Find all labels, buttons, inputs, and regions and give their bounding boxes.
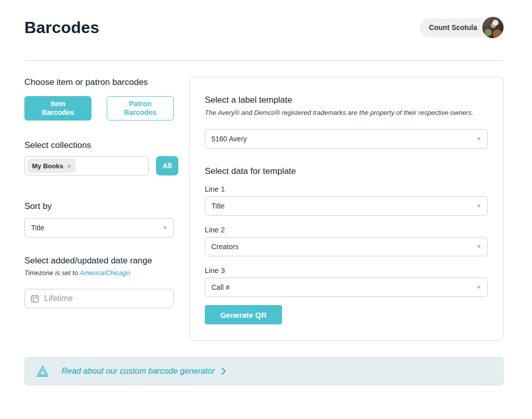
collections-row: My Books × All [24, 156, 178, 175]
line-3-select-value: Call # [211, 283, 230, 291]
avatar[interactable] [482, 17, 504, 38]
page-header: Barcodes Count Scotula [24, 0, 504, 39]
line-2-select-value: Creators [211, 243, 239, 251]
sort-heading: Sort by [24, 201, 178, 212]
line-3-label: Line 3 [205, 266, 488, 275]
calendar-icon [30, 294, 39, 303]
collection-tag[interactable]: My Books × [27, 159, 76, 173]
barcode-type-heading: Choose item or patron barcodes [24, 77, 178, 88]
patron-barcodes-button[interactable]: Patron Barcodes [107, 96, 174, 121]
generate-qr-button[interactable]: Generate QR [205, 305, 282, 324]
sort-select[interactable]: Title ▼ [24, 218, 174, 237]
chevron-down-icon: ▼ [476, 244, 482, 249]
user-name: Count Scotula [429, 23, 477, 32]
main-content: Choose item or patron barcodes Item Barc… [24, 77, 504, 341]
header-divider [24, 60, 504, 61]
chevron-down-icon: ▼ [476, 203, 482, 208]
template-heading: Select a label template [205, 95, 488, 106]
chevron-right-icon[interactable] [221, 367, 226, 375]
collections-input[interactable]: My Books × [24, 156, 149, 175]
line-2-select[interactable]: Creators ▼ [205, 237, 488, 256]
collection-tag-label: My Books [32, 162, 63, 170]
close-icon[interactable]: × [67, 162, 71, 170]
template-data-heading: Select data for template [205, 166, 488, 177]
label-template-card: Select a label template The Avery® and D… [189, 77, 504, 341]
all-collections-button[interactable]: All [156, 156, 178, 175]
line-2-label: Line 2 [205, 225, 488, 234]
line-1-select-value: Title [211, 202, 225, 210]
template-select-value: 5160 Avery [211, 135, 247, 143]
date-range-input[interactable]: Lifetime [24, 289, 174, 308]
user-menu: Count Scotula [420, 17, 504, 38]
trademark-note: The Avery® and Demco® registered tradema… [205, 109, 488, 117]
line-1-label: Line 1 [205, 185, 488, 194]
chevron-down-icon: ▼ [162, 225, 168, 230]
triangle-logo-icon [36, 365, 49, 378]
collections-heading: Select collections [24, 140, 178, 151]
timezone-note-text: Timezone is set to [24, 269, 78, 277]
line-3-select[interactable]: Call # ▼ [205, 278, 488, 297]
chevron-down-icon: ▼ [476, 285, 482, 290]
barcodes-page: Barcodes Count Scotula Choose item or pa… [0, 0, 532, 419]
timezone-note: Timezone is set to America/Chicago [24, 268, 178, 277]
chevron-down-icon: ▼ [476, 136, 482, 141]
item-barcodes-button[interactable]: Item Barcodes [24, 96, 91, 121]
date-range-heading: Select added/updated date range [24, 255, 178, 266]
sort-select-value: Title [31, 224, 44, 232]
timezone-link[interactable]: America/Chicago [80, 269, 130, 277]
line-1-select[interactable]: Title ▼ [205, 196, 488, 216]
page-title: Barcodes [24, 16, 99, 39]
barcode-type-buttons: Item Barcodes Patron Barcodes [24, 96, 178, 121]
custom-barcode-banner[interactable]: Read about our custom barcode generator [24, 357, 504, 385]
date-range-placeholder: Lifetime [44, 294, 73, 303]
banner-link[interactable]: Read about our custom barcode generator [61, 366, 215, 376]
left-panel: Choose item or patron barcodes Item Barc… [24, 77, 178, 308]
template-select[interactable]: 5160 Avery ▼ [205, 129, 488, 148]
